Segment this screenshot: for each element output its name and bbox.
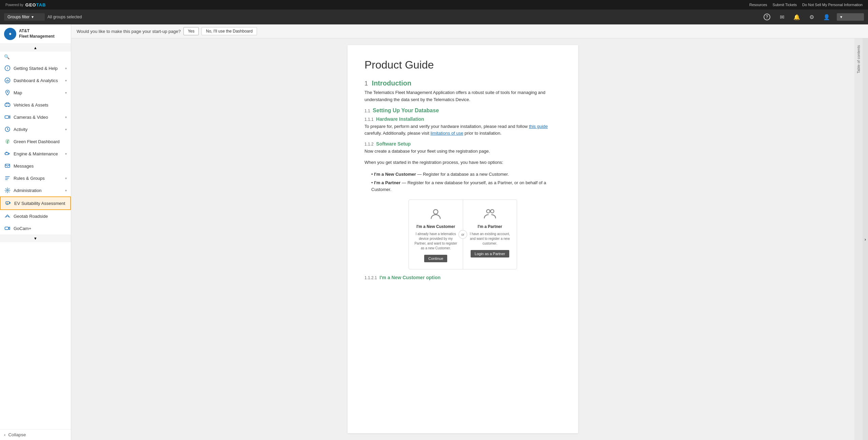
software-text2: When you get started in the registration… xyxy=(364,159,561,166)
new-customer-button[interactable]: Continue xyxy=(424,255,447,262)
partner-button[interactable]: Login as a Partner xyxy=(471,250,509,257)
user-dropdown-arrow: ▾ xyxy=(840,15,842,19)
nav-item-left: i Getting Started & Help xyxy=(4,65,58,72)
sidebar-item-green-fleet[interactable]: Green Fleet Dashboard xyxy=(0,135,71,148)
submit-tickets-link[interactable]: Submit Tickets xyxy=(773,3,797,7)
svg-point-13 xyxy=(7,190,8,191)
help-icon-button[interactable]: ? xyxy=(762,12,772,22)
map-icon xyxy=(4,89,11,96)
dashboard-label: Dashboard & Analytics xyxy=(14,78,58,83)
sidebar-item-administration[interactable]: Administration ▾ xyxy=(0,184,71,196)
doc-title: Product Guide xyxy=(364,59,561,71)
new-customer-desc: I already have a telematics device provi… xyxy=(414,232,457,251)
sidebar-brand-line2: Fleet Management xyxy=(19,34,55,39)
section-1-heading: 1 Introduction xyxy=(364,79,561,87)
customer-cards: I'm a New Customer I already have a tele… xyxy=(409,199,517,269)
svg-rect-5 xyxy=(5,104,10,106)
groups-filter-label: Groups filter xyxy=(7,15,29,19)
section-1-1-2-1: 1.1.2.1 I'm a New Customer option xyxy=(364,275,561,280)
green-fleet-label: Green Fleet Dashboard xyxy=(14,139,60,144)
cameras-label: Cameras & Video xyxy=(14,115,48,120)
sidebar-item-dashboard[interactable]: Dashboard & Analytics ▾ xyxy=(0,74,71,87)
messages-icon xyxy=(4,162,11,169)
rules-chevron: ▾ xyxy=(65,176,67,180)
filter-bar: Groups filter ▾ All groups selected ? ✉ … xyxy=(0,9,868,24)
svg-point-6 xyxy=(6,106,7,107)
bullet-new-customer-text: — Register for a database as a new Custo… xyxy=(417,172,509,177)
sidebar-item-gocam[interactable]: GoCam+ xyxy=(0,222,71,234)
section-1-1-2-1-title: I'm a New Customer option xyxy=(379,275,440,280)
search-button[interactable]: 🔍 xyxy=(0,52,71,62)
svg-rect-8 xyxy=(5,116,9,118)
groups-filter-button[interactable]: Groups filter ▾ xyxy=(4,13,45,21)
resources-link[interactable]: Resources xyxy=(749,3,767,7)
filter-bar-actions: ? ✉ 🔔 ⚙ 👤 ▾ xyxy=(762,12,864,22)
svg-rect-12 xyxy=(5,164,10,168)
partner-card: I'm a Partner I have an existing account… xyxy=(463,200,517,269)
top-bar-left: Powered by GEOTAB xyxy=(5,2,46,7)
collapse-button[interactable]: ‹ Collapse xyxy=(0,429,71,440)
section-1-1-2-1-heading: 1.1.2.1 I'm a New Customer option xyxy=(364,275,561,280)
section-1-1-2-title: Software Setup xyxy=(376,141,411,147)
svg-point-17 xyxy=(487,210,490,213)
bullet-new-customer: I'm a New Customer — Register for a data… xyxy=(371,170,561,179)
powered-by: Powered by GEOTAB xyxy=(5,2,46,7)
sidebar-item-rules[interactable]: Rules & Groups ▾ xyxy=(0,172,71,184)
this-guide-link[interactable]: this guide xyxy=(529,124,548,129)
settings-icon-button[interactable]: ⚙ xyxy=(807,12,816,22)
user-icon-button[interactable]: 👤 xyxy=(822,12,831,22)
startup-question: Would you like to make this page your st… xyxy=(77,29,181,34)
notification-icon-button[interactable]: 🔔 xyxy=(792,12,802,22)
sidebar-item-vehicles[interactable]: Vehicles & Assets xyxy=(0,99,71,111)
new-customer-icon xyxy=(428,207,443,222)
do-not-sell-link[interactable]: Do Not Sell My Personal Information xyxy=(802,3,863,7)
section-1-text: The Telematics Fleet Management Applicat… xyxy=(364,89,561,103)
software-text1: Now create a database for your fleet usi… xyxy=(364,148,561,155)
user-dropdown-button[interactable]: ▾ xyxy=(837,13,864,21)
hw-text-middle: carefully. Additionally, please visit xyxy=(364,131,431,136)
search-icon: 🔍 xyxy=(4,54,10,59)
svg-point-16 xyxy=(434,210,438,214)
sidebar-item-messages[interactable]: Messages xyxy=(0,160,71,172)
section-1-1-2-1-number: 1.1.2.1 xyxy=(364,275,377,280)
cameras-icon xyxy=(4,114,11,120)
section-1-number: 1 xyxy=(364,80,368,87)
startup-no-button[interactable]: No, I'll use the Dashboard xyxy=(201,27,257,35)
ev-suitability-label: EV Suitability Assessment xyxy=(14,201,65,206)
sidebar-item-ev-suitability[interactable]: EV Suitability Assessment xyxy=(0,196,71,210)
engine-icon xyxy=(4,150,11,157)
customer-cards-wrapper: I'm a New Customer I already have a tele… xyxy=(409,199,517,269)
right-collapse-handle[interactable]: › xyxy=(863,38,868,440)
sidebar-item-engine[interactable]: Engine & Maintenance ▾ xyxy=(0,148,71,160)
limitations-link[interactable]: limitations of use xyxy=(431,131,463,136)
rules-label: Rules & Groups xyxy=(14,176,45,181)
main-layout: AT&T Fleet Management ▴ 🔍 i Getting Star… xyxy=(0,24,868,440)
startup-yes-button[interactable]: Yes xyxy=(183,27,199,35)
doc-container[interactable]: Product Guide 1 Introduction The Telemat… xyxy=(71,38,854,440)
mail-icon-button[interactable]: ✉ xyxy=(777,12,787,22)
scroll-up-arrow: ▴ xyxy=(34,45,37,50)
section-1-1: 1.1 Setting Up Your Database xyxy=(364,108,561,114)
administration-label: Administration xyxy=(14,188,41,193)
bullet-partner-bold: I'm a Partner xyxy=(374,180,400,185)
section-1-1-number: 1.1 xyxy=(364,109,370,113)
doc-paper: Product Guide 1 Introduction The Telemat… xyxy=(348,45,578,433)
startup-bar: Would you like to make this page your st… xyxy=(71,24,868,38)
sidebar-item-activity[interactable]: Activity ▾ xyxy=(0,123,71,135)
sidebar-item-map[interactable]: Map ▾ xyxy=(0,87,71,99)
sidebar-item-geotab-roadside[interactable]: Geotab Roadside xyxy=(0,210,71,222)
bullet-partner: I'm a Partner — Register for a new datab… xyxy=(371,179,561,194)
map-label: Map xyxy=(14,90,22,95)
geotab-roadside-icon xyxy=(4,213,11,219)
sidebar-item-getting-started[interactable]: i Getting Started & Help ▾ xyxy=(0,62,71,74)
section-1-1-1-heading: 1.1.1 Hardware Installation xyxy=(364,116,561,122)
hw-text-before: To prepare for, perform and verify your … xyxy=(364,124,529,129)
new-customer-title: I'm a New Customer xyxy=(414,224,457,229)
section-1-1-1-number: 1.1.1 xyxy=(364,117,374,122)
svg-point-18 xyxy=(490,210,494,213)
sidebar-item-cameras[interactable]: Cameras & Video ▾ xyxy=(0,111,71,123)
sidebar-logo xyxy=(4,28,16,40)
sidebar-brand-line1: AT&T xyxy=(19,28,55,34)
doc-with-toc: Product Guide 1 Introduction The Telemat… xyxy=(71,38,868,440)
getting-started-label: Getting Started & Help xyxy=(14,66,58,71)
